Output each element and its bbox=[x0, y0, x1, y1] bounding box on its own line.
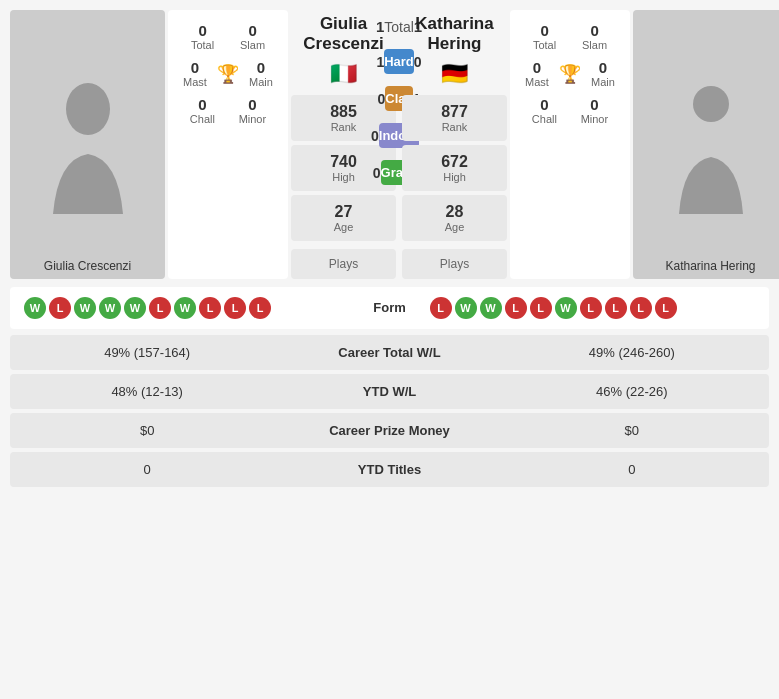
left-player-avatar: Giulia Crescenzi bbox=[10, 10, 165, 279]
left-total-label: Total bbox=[191, 39, 214, 51]
left-player-name: Giulia Crescenzi bbox=[303, 14, 383, 55]
left-stat-minor: 0 Minor bbox=[239, 96, 267, 125]
form-badge-4: W bbox=[124, 297, 146, 319]
left-stat-mast: 0 Mast bbox=[183, 59, 207, 88]
left-mast-value: 0 bbox=[183, 59, 207, 76]
left-age-value: 27 bbox=[303, 203, 384, 221]
stats-row-3: 0 YTD Titles 0 bbox=[10, 452, 769, 487]
left-stat-main: 0 Main bbox=[249, 59, 273, 88]
left-avatar-silhouette bbox=[38, 74, 138, 214]
right-avatar-silhouette bbox=[661, 74, 761, 214]
right-stat-main: 0 Main bbox=[591, 59, 615, 88]
left-main-value: 0 bbox=[249, 59, 273, 76]
form-badge-6: L bbox=[580, 297, 602, 319]
right-mast-label: Mast bbox=[525, 76, 549, 88]
stat-right-1: 46% (22-26) bbox=[511, 384, 753, 399]
left-stat-row-chall-minor: 0 Chall 0 Minor bbox=[178, 96, 278, 125]
form-badge-4: L bbox=[530, 297, 552, 319]
form-badge-0: L bbox=[430, 297, 452, 319]
form-badge-0: W bbox=[24, 297, 46, 319]
right-stat-row-chall-minor: 0 Chall 0 Minor bbox=[520, 96, 620, 125]
right-main-label: Main bbox=[591, 76, 615, 88]
left-trophy-icon: 🏆 bbox=[217, 63, 239, 85]
left-chall-label: Chall bbox=[190, 113, 215, 125]
form-badge-8: L bbox=[630, 297, 652, 319]
right-form-badges: LWWLLWLLLL bbox=[430, 297, 756, 319]
form-badge-8: L bbox=[224, 297, 246, 319]
left-stat-row-total-slam: 0 Total 0 Slam bbox=[178, 22, 278, 51]
form-badge-7: L bbox=[199, 297, 221, 319]
total-left: 1 bbox=[376, 18, 384, 35]
left-avatar-name: Giulia Crescenzi bbox=[10, 259, 165, 273]
stat-label-2: Career Prize Money bbox=[268, 423, 510, 438]
right-player-avatar: Katharina Hering bbox=[633, 10, 779, 279]
form-badge-5: W bbox=[555, 297, 577, 319]
right-stats-panel: 0 Total 0 Slam 0 Mast 🏆 0 Main bbox=[510, 10, 630, 279]
left-minor-value: 0 bbox=[239, 96, 267, 113]
stats-row-1: 48% (12-13) YTD W/L 46% (22-26) bbox=[10, 374, 769, 409]
stat-label-0: Career Total W/L bbox=[268, 345, 510, 360]
right-stat-row-total-slam: 0 Total 0 Slam bbox=[520, 22, 620, 51]
right-avatar-name: Katharina Hering bbox=[633, 259, 779, 273]
left-plays-label: Plays bbox=[303, 257, 384, 271]
right-age-box: 28 Age bbox=[402, 195, 507, 241]
court-score-left-0: 1 bbox=[376, 54, 384, 70]
left-plays-box: Plays bbox=[291, 249, 396, 279]
right-stat-row-mast-main: 0 Mast 🏆 0 Main bbox=[520, 59, 620, 88]
right-main-value: 0 bbox=[591, 59, 615, 76]
left-stat-total: 0 Total bbox=[191, 22, 214, 51]
stat-label-1: YTD W/L bbox=[268, 384, 510, 399]
form-badge-2: W bbox=[74, 297, 96, 319]
right-slam-value: 0 bbox=[582, 22, 607, 39]
form-badge-3: L bbox=[505, 297, 527, 319]
comparison-section: Giulia Crescenzi 0 Total 0 Slam 0 Mast 🏆 bbox=[10, 10, 769, 279]
left-mast-label: Mast bbox=[183, 76, 207, 88]
form-badge-6: W bbox=[174, 297, 196, 319]
form-badge-5: L bbox=[149, 297, 171, 319]
stat-right-2: $0 bbox=[511, 423, 753, 438]
stat-right-3: 0 bbox=[511, 462, 753, 477]
stat-left-1: 48% (12-13) bbox=[26, 384, 268, 399]
main-container: Giulia Crescenzi 0 Total 0 Slam 0 Mast 🏆 bbox=[0, 0, 779, 501]
right-high-label: High bbox=[414, 171, 495, 183]
left-age-label: Age bbox=[303, 221, 384, 233]
form-section: WLWWWLWLLL Form LWWLLWLLLL bbox=[10, 287, 769, 329]
left-stat-chall: 0 Chall bbox=[190, 96, 215, 125]
form-badge-1: L bbox=[49, 297, 71, 319]
right-minor-value: 0 bbox=[581, 96, 609, 113]
court-score-left-2: 0 bbox=[371, 128, 379, 144]
right-minor-label: Minor bbox=[581, 113, 609, 125]
svg-point-0 bbox=[66, 83, 110, 135]
right-rank-label: Rank bbox=[414, 121, 495, 133]
right-flag: 🇩🇪 bbox=[441, 61, 468, 87]
right-high-value: 672 bbox=[414, 153, 495, 171]
left-minor-label: Minor bbox=[239, 113, 267, 125]
form-badge-3: W bbox=[99, 297, 121, 319]
right-plays-box: Plays bbox=[402, 249, 507, 279]
stat-left-0: 49% (157-164) bbox=[26, 345, 268, 360]
right-high-box: 672 High bbox=[402, 145, 507, 191]
stat-left-3: 0 bbox=[26, 462, 268, 477]
right-age-label: Age bbox=[414, 221, 495, 233]
right-slam-label: Slam bbox=[582, 39, 607, 51]
stat-label-3: YTD Titles bbox=[268, 462, 510, 477]
left-age-box: 27 Age bbox=[291, 195, 396, 241]
right-player-name: Katharina Hering bbox=[415, 14, 493, 55]
left-chall-value: 0 bbox=[190, 96, 215, 113]
left-total-value: 0 bbox=[191, 22, 214, 39]
right-total-value: 0 bbox=[533, 22, 556, 39]
right-rank-value: 877 bbox=[414, 103, 495, 121]
right-rank-box: 877 Rank bbox=[402, 95, 507, 141]
right-trophy-icon: 🏆 bbox=[559, 63, 581, 85]
stats-row-2: $0 Career Prize Money $0 bbox=[10, 413, 769, 448]
court-score-left-3: 0 bbox=[373, 165, 381, 181]
form-badge-1: W bbox=[455, 297, 477, 319]
right-chall-value: 0 bbox=[532, 96, 557, 113]
right-stat-total: 0 Total bbox=[533, 22, 556, 51]
left-flag: 🇮🇹 bbox=[330, 61, 357, 87]
left-slam-label: Slam bbox=[240, 39, 265, 51]
left-main-label: Main bbox=[249, 76, 273, 88]
left-stat-slam: 0 Slam bbox=[240, 22, 265, 51]
form-label: Form bbox=[360, 300, 420, 315]
left-stats-panel: 0 Total 0 Slam 0 Mast 🏆 0 Main bbox=[168, 10, 288, 279]
